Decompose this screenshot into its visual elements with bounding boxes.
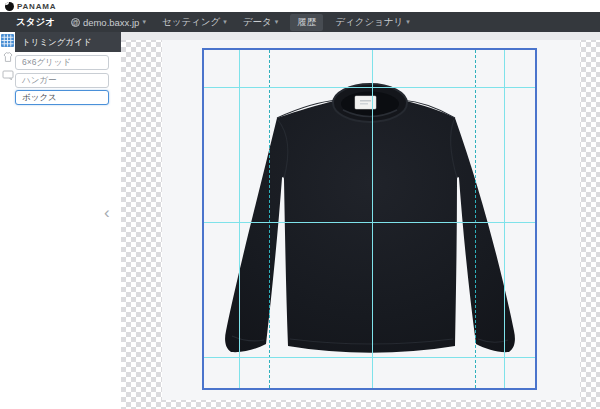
grid-tool-icon[interactable] (1, 33, 14, 46)
shirt-tool-icon[interactable] (2, 49, 14, 61)
guide-button-box[interactable]: ボックス (15, 90, 109, 105)
nav-item-data[interactable]: データ ▾ (235, 16, 286, 29)
chevron-down-icon: ▾ (406, 18, 410, 26)
chevron-down-icon: ▾ (223, 18, 227, 26)
nav-item-settings[interactable]: セッティング ▾ (154, 16, 235, 29)
main-navbar: スタジオ @ demo.baxx.jp ▾ セッティング ▾ データ ▾ 履歴 … (0, 12, 600, 32)
nav-item-domain-menu[interactable]: @ demo.baxx.jp ▾ (63, 17, 154, 28)
nav-item-studio[interactable]: スタジオ (8, 16, 63, 29)
guide-line-horizontal[interactable] (204, 357, 535, 358)
left-sidebar: トリミングガイド 6×6グリッド ハンガー ボックス ‹ (0, 32, 121, 409)
guide-line-vertical[interactable] (239, 50, 240, 388)
chevron-down-icon: ▾ (142, 18, 146, 26)
chevron-down-icon: ▾ (275, 18, 279, 26)
nav-item-history[interactable]: 履歴 (290, 14, 323, 31)
guide-line-vertical-dashed[interactable] (269, 50, 270, 388)
guide-line-horizontal[interactable] (204, 87, 535, 88)
workspace-top-strip (121, 32, 600, 40)
guide-line-vertical[interactable] (372, 50, 373, 388)
image-canvas[interactable] (162, 40, 580, 400)
app-topbar: PANAMA (0, 0, 600, 12)
guide-line-vertical[interactable] (504, 50, 505, 388)
guide-line-vertical-dashed[interactable] (475, 50, 476, 388)
at-icon: @ (71, 18, 80, 27)
sidebar-collapse-chevron[interactable]: ‹ (104, 204, 110, 221)
guide-button-grid[interactable]: 6×6グリッド (15, 55, 109, 70)
guide-box[interactable] (202, 48, 537, 390)
panel-title: トリミングガイド (15, 32, 121, 52)
panama-logo-icon (5, 2, 14, 11)
workspace (121, 32, 600, 409)
nav-item-dictionary[interactable]: ディクショナリ ▾ (327, 16, 418, 29)
brand-name: PANAMA (17, 2, 56, 11)
guide-line-horizontal[interactable] (204, 222, 535, 223)
comment-tool-icon[interactable] (2, 67, 14, 79)
guide-button-hanger[interactable]: ハンガー (15, 73, 109, 88)
